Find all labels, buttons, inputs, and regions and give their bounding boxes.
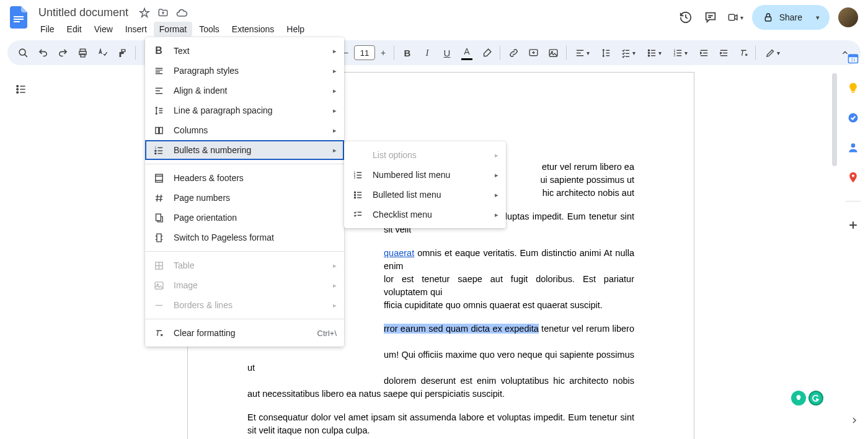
menu-file[interactable]: File [35,22,60,37]
chevron-right-icon: ▸ [333,67,337,75]
grammarly-icon[interactable] [808,391,823,406]
separator [755,46,756,60]
share-button[interactable]: Share ▾ [752,5,830,30]
separator [394,46,394,60]
underline-icon[interactable]: U [438,43,456,62]
submenu-numbered-list[interactable]: 123 Numbered list menu ▸ [344,165,506,185]
comments-icon[interactable] [702,9,719,25]
spellcheck-icon[interactable] [93,43,112,62]
search-menus-icon[interactable] [14,43,32,62]
decrease-indent-icon[interactable] [694,43,713,62]
svg-point-13 [648,52,649,53]
add-addon-icon[interactable] [847,219,859,231]
tasks-icon[interactable] [847,112,859,124]
keep-icon[interactable] [847,82,859,94]
menu-edit[interactable]: Edit [61,22,87,37]
menu-tools[interactable]: Tools [193,22,225,37]
submenu-checklist[interactable]: Checklist menu ▸ [344,205,506,224]
undo-icon[interactable] [33,43,52,62]
hide-side-panel-icon[interactable] [849,415,859,425]
increase-indent-icon[interactable] [714,43,733,62]
history-icon[interactable] [678,9,694,25]
text-color-icon[interactable]: A [458,43,476,62]
highlight-icon[interactable] [477,43,496,62]
svg-point-5 [19,49,25,55]
calendar-icon[interactable]: 31 [847,52,859,64]
format-borders-lines: Borders & lines ▸ [145,295,344,315]
format-page-numbers[interactable]: Page numbers [145,188,344,208]
chevron-right-icon: ▸ [333,301,337,309]
docs-logo-icon[interactable] [7,6,30,29]
move-icon[interactable] [157,7,169,19]
star-icon[interactable] [138,7,151,19]
table-icon [153,259,165,272]
scrollbar[interactable] [832,73,837,166]
line-spacing-icon[interactable] [596,43,615,62]
share-dropdown-icon[interactable]: ▾ [808,8,827,27]
increase-font-size[interactable]: + [376,43,390,62]
checklist-icon [352,208,364,221]
line-spacing-icon [153,104,165,117]
insert-link-icon[interactable] [504,43,523,62]
separator [135,46,136,60]
bullets-numbering-submenu: List options ▸ 123 Numbered list menu ▸ … [344,141,506,228]
italic-icon[interactable]: I [418,43,436,62]
cloud-status-icon[interactable] [175,7,188,19]
menu-view[interactable]: View [89,22,118,37]
chevron-right-icon: ▸ [333,126,337,135]
format-headers-footers[interactable]: Headers & footers [145,168,344,188]
svg-rect-4 [765,17,771,21]
format-clear-formatting[interactable]: Clear formatting Ctrl+\ [145,323,344,343]
document-title[interactable]: Untitled document [35,5,132,20]
svg-point-34 [354,197,355,198]
format-bullets-numbering[interactable]: 1 Bullets & numbering ▸ [145,140,344,160]
format-text[interactable]: B Text ▸ [145,41,344,61]
body-text: lor est tenetur saepe aut fugit doloribu… [384,274,634,297]
body-text: etur vel rerum libero ea [542,162,634,172]
chevron-down-icon[interactable]: ▾ [684,50,693,56]
chevron-down-icon[interactable]: ▾ [658,50,667,56]
font-size-input[interactable]: 11 [354,45,375,60]
menu-help[interactable]: Help [281,22,310,37]
redo-icon[interactable] [53,43,72,62]
bold-icon[interactable]: B [398,43,417,62]
chevron-down-icon[interactable]: ▾ [587,50,595,56]
svg-text:3: 3 [673,54,675,57]
hyperlink[interactable]: quaerat [384,248,414,258]
account-avatar[interactable] [838,7,858,27]
svg-text:31: 31 [851,57,856,63]
chevron-right-icon: ▸ [495,191,498,199]
contacts-icon[interactable] [847,141,859,154]
format-align-indent[interactable]: Align & indent ▸ [145,81,344,100]
format-pageless[interactable]: Switch to Pageless format [145,228,344,247]
maps-icon[interactable] [847,171,859,184]
chevron-down-icon[interactable]: ▾ [777,50,786,56]
chevron-right-icon: ▸ [333,87,337,95]
chevron-down-icon[interactable]: ▾ [632,50,641,56]
format-line-spacing[interactable]: Line & paragraph spacing ▸ [145,100,344,120]
format-paragraph-styles[interactable]: Paragraph styles ▸ [145,61,344,81]
insert-image-icon[interactable] [544,43,562,62]
menu-extensions[interactable]: Extensions [226,22,280,37]
menu-bar: File Edit View Insert Format Tools Exten… [35,20,310,37]
print-icon[interactable] [73,43,92,62]
menu-insert[interactable]: Insert [120,22,153,37]
chevron-right-icon: ▸ [333,262,337,270]
add-comment-icon[interactable] [524,43,542,62]
format-columns[interactable]: Columns ▸ [145,120,344,140]
format-page-orientation[interactable]: Page orientation [145,208,344,228]
clear-formatting-icon[interactable] [734,43,753,62]
paint-format-icon[interactable] [113,43,131,62]
orientation-icon [153,211,165,224]
keyboard-shortcut: Ctrl+\ [317,329,337,338]
meet-icon[interactable]: ▾ [727,9,743,25]
submenu-bulleted-list[interactable]: Bulleted list menu ▸ [344,185,506,205]
menu-format[interactable]: Format [154,22,192,37]
grammarly-suggestion-icon[interactable] [791,391,806,406]
svg-rect-25 [156,214,161,221]
body-text: Et consequatur dolor vel amet ipsam sit … [247,411,634,437]
align-icon [153,84,165,97]
svg-point-40 [851,143,856,148]
svg-rect-0 [14,16,24,17]
show-outline-icon[interactable] [11,79,31,99]
